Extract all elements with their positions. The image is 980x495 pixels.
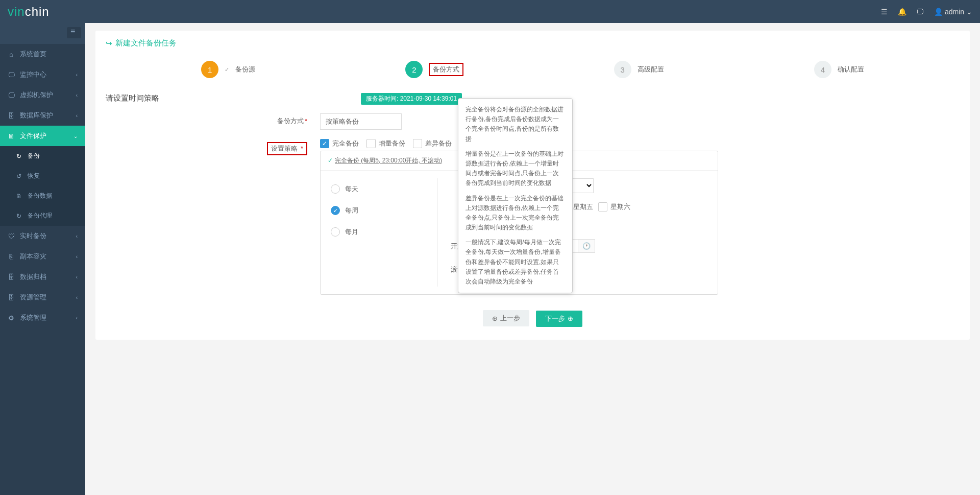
tooltip-p1: 完全备份将会对备份源的全部数据进行备份,备份完成后备份数据成为一个完全备份时间点… <box>465 105 565 144</box>
sidebar-item-home[interactable]: ⌂系统首页 <box>0 44 85 64</box>
freq-monthly[interactable]: 每月 <box>331 221 427 243</box>
freq-daily[interactable]: 每天 <box>331 178 427 200</box>
sidebar-item-archive[interactable]: 🗄数据归档‹ <box>0 267 85 287</box>
bell-icon[interactable]: 🔔 <box>898 8 906 16</box>
sidebar-submenu: ↻备份 ↺恢复 🗎备份数据 ↻备份代理 <box>0 146 85 226</box>
checkbox[interactable] <box>413 139 422 148</box>
sidebar-item-monitor[interactable]: 🖵监控中心‹ <box>0 64 85 85</box>
freq-label: 每天 <box>345 184 358 194</box>
required-mark: * <box>305 117 307 125</box>
row-policy: 设置策略 * ✓完全备份 增量备份 差异备份 ⓘ ✓完全备份 (每周5, 23:… <box>192 139 718 295</box>
backup-icon: ↻ <box>15 153 22 160</box>
menu-toggle-row <box>0 23 85 44</box>
policy-header-text: 完全备份 (每周5, 23:00:00开始, 不滚动) <box>335 157 442 164</box>
backup-method-label: 备份方式* <box>192 113 320 126</box>
page-title: ↪ 新建文件备份任务 <box>106 38 960 48</box>
mode-diff[interactable]: 差异备份 <box>413 139 452 148</box>
monitor-icon[interactable]: 🖵 <box>917 8 924 16</box>
radio[interactable] <box>331 206 340 215</box>
resource-icon: 🗄 <box>8 294 15 301</box>
mode-full[interactable]: ✓完全备份 <box>320 139 359 148</box>
sidebar-sub-data[interactable]: 🗎备份数据 <box>0 186 85 206</box>
logo-part2: chin <box>25 5 50 18</box>
sidebar-label: 实时备份 <box>20 231 46 241</box>
sidebar-label: 虚拟机保护 <box>20 90 53 100</box>
chevron-icon: ‹ <box>76 92 78 98</box>
sidebar-item-db[interactable]: 🗄数据库保护‹ <box>0 105 85 126</box>
checkbox[interactable] <box>366 139 376 148</box>
radio[interactable] <box>331 227 340 237</box>
footer-buttons: ⊕上一步 下一步⊕ <box>106 310 960 327</box>
sidebar-item-system[interactable]: ⚙系统管理‹ <box>0 308 85 328</box>
logo: vinchin <box>8 5 50 19</box>
sidebar-label: 资源管理 <box>20 293 46 302</box>
file-icon: 🗎 <box>8 132 15 140</box>
freq-weekly[interactable]: 每周 <box>331 200 427 221</box>
checkbox[interactable]: ✓ <box>320 139 329 148</box>
sidebar-item-resource[interactable]: 🗄资源管理‹ <box>0 287 85 308</box>
required-mark: * <box>301 145 303 152</box>
menu-toggle-button[interactable] <box>67 27 81 38</box>
step-number: 1 <box>201 61 218 78</box>
check-icon: ✓ <box>328 157 333 164</box>
user-menu[interactable]: 👤 admin ⌄ <box>934 8 972 16</box>
vm-icon: 🖵 <box>8 91 15 99</box>
sidebar-label: 系统首页 <box>20 50 46 59</box>
sidebar-item-realtime[interactable]: 🛡实时备份‹ <box>0 226 85 246</box>
step-label: 确认配置 <box>838 65 864 74</box>
chevron-icon: ‹ <box>76 315 78 321</box>
main-content: ↪ 新建文件备份任务 1 ✓ 备份源 2 备份方式 3 高级配置 4 <box>85 23 980 495</box>
user-name: admin <box>945 8 964 16</box>
chevron-icon: ‹ <box>76 295 78 300</box>
step-label: 备份源 <box>235 65 255 74</box>
row-backup-method: 备份方式* 按策略备份 <box>192 113 718 130</box>
step-4[interactable]: 4 确认配置 <box>814 61 864 78</box>
top-bar: vinchin ☰ 🔔 🖵 👤 admin ⌄ <box>0 0 980 23</box>
list-icon[interactable]: ☰ <box>881 8 888 16</box>
sidebar: ⌂系统首页 🖵监控中心‹ 🖵虚拟机保护‹ 🗄数据库保护‹ 🗎文件保护⌄ ↻备份 … <box>0 23 85 495</box>
copy-icon: ⎘ <box>8 253 15 261</box>
tooltip-p3: 差异备份是在上一次完全备份的基础上对源数据进行备份,依赖上一个完全备份点,只备份… <box>465 194 565 233</box>
sidebar-label: 数据归档 <box>20 272 46 281</box>
mode-label: 完全备份 <box>332 139 359 148</box>
step-1[interactable]: 1 ✓ 备份源 <box>201 61 255 78</box>
freq-label: 每月 <box>345 227 358 237</box>
next-button[interactable]: 下一步⊕ <box>536 311 582 327</box>
sidebar-sub-agent[interactable]: ↻备份代理 <box>0 206 85 226</box>
sidebar-item-file[interactable]: 🗎文件保护⌄ <box>0 126 85 146</box>
chevron-icon: ‹ <box>76 233 78 239</box>
clock-icon[interactable]: 🕐 <box>578 239 595 253</box>
day-sat[interactable]: 星期六 <box>598 202 630 211</box>
sidebar-label: 系统管理 <box>20 313 46 322</box>
btn-label: 上一步 <box>500 314 520 323</box>
sidebar-sub-backup[interactable]: ↻备份 <box>0 146 85 166</box>
server-time-value: 2021-09-30 14:39:01 <box>400 95 457 102</box>
backup-method-select[interactable]: 按策略备份 <box>320 113 402 130</box>
share-icon: ↪ <box>106 39 112 48</box>
logo-part1: vin <box>8 5 25 18</box>
archive-icon: 🗄 <box>8 273 15 281</box>
chevron-down-icon: ⌄ <box>74 133 78 139</box>
tooltip-p2: 增量备份是在上一次备份的基础上对源数据进行备份,依赖上一个增量时间点或者完备时间… <box>465 149 565 188</box>
step-3[interactable]: 3 高级配置 <box>614 61 664 78</box>
step-2[interactable]: 2 备份方式 <box>405 61 463 78</box>
server-time-badge: 服务器时间: 2021-09-30 14:39:01 <box>361 93 462 105</box>
shield-icon: 🛡 <box>8 232 15 240</box>
sidebar-item-vm[interactable]: 🖵虚拟机保护‹ <box>0 85 85 105</box>
day-label: 星期六 <box>610 202 630 211</box>
data-icon: 🗎 <box>15 193 22 200</box>
step-number: 2 <box>405 61 423 78</box>
wizard-steps: 1 ✓ 备份源 2 备份方式 3 高级配置 4 确认配置 <box>106 61 960 78</box>
label-box: 设置策略 * <box>267 142 307 155</box>
day-label: 星期五 <box>573 202 593 211</box>
radio[interactable] <box>331 184 340 194</box>
checkbox[interactable] <box>598 202 607 211</box>
sidebar-item-replica[interactable]: ⎘副本容灾‹ <box>0 246 85 267</box>
sidebar-sub-restore[interactable]: ↺恢复 <box>0 166 85 186</box>
sidebar-label: 副本容灾 <box>20 252 46 261</box>
label-text: 设置策略 <box>271 145 298 152</box>
mode-incr[interactable]: 增量备份 <box>366 139 405 148</box>
tooltip-p4: 一般情况下,建议每周/每月做一次完全备份,每天做一次增量备份,增量备份和差异备份… <box>465 238 565 287</box>
label-text: 备份方式 <box>277 117 304 125</box>
prev-button[interactable]: ⊕上一步 <box>483 310 529 326</box>
